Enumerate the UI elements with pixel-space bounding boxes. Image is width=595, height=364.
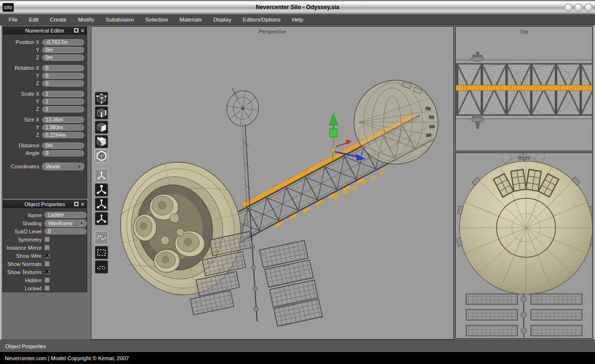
menu-item-modify[interactable]: Modify [72, 14, 100, 25]
shading-dropdown[interactable]: Wireframe ▼ [45, 220, 87, 227]
menu-bar: File Edit Create Modify Subdivision Sele… [0, 14, 595, 25]
panel-detach-icon[interactable] [74, 28, 79, 33]
scale-z-field[interactable]: 1 [42, 106, 84, 112]
viewport-right[interactable]: Right [455, 153, 593, 339]
status-text: Object Properties [5, 343, 46, 349]
checkbox-mark: ✖ [44, 252, 50, 259]
window-maximize-button[interactable] [574, 3, 583, 11]
status-bar: Object Properties [0, 340, 595, 352]
size-z-field[interactable]: 0.2264m [42, 132, 84, 138]
panel-close-icon[interactable]: ✕ [80, 201, 85, 207]
field-row: Name Ladder [3, 211, 87, 219]
menu-item-display[interactable]: Display [208, 14, 237, 25]
coordinates-value: World [43, 164, 74, 169]
window-close-button[interactable] [584, 3, 593, 11]
scale-tool-button[interactable] [95, 198, 108, 211]
field-label: Name [3, 212, 42, 218]
field-label: Y [3, 99, 39, 104]
object-properties-body: Name Ladder Shading Wireframe ▼ SubD Lev… [3, 208, 87, 292]
position-y-field[interactable]: 0m [42, 47, 84, 53]
field-row: Distance 0m [3, 142, 87, 149]
soft-select-button[interactable] [95, 260, 108, 274]
menu-item-materials[interactable]: Materials [174, 14, 208, 25]
hidden-checkbox[interactable] [45, 277, 50, 283]
object-mode-button[interactable] [95, 149, 108, 163]
field-label: Show Wire [3, 253, 42, 259]
menu-item-editors-options[interactable]: Editors/Options [237, 14, 286, 25]
edge-mode-icon [96, 107, 107, 119]
symmetry-checkbox[interactable] [45, 237, 50, 242]
window-title: Nevercenter Silo - Odyssey.sia [0, 4, 595, 11]
panel-title: Object Properties [24, 201, 65, 207]
instance-mirror-checkbox[interactable] [45, 245, 50, 250]
angle-field[interactable]: 0 [42, 150, 84, 156]
checkbox-row: Hidden [3, 276, 87, 284]
rotation-y-field[interactable]: 0 [42, 73, 84, 79]
rotation-z-field[interactable]: 0 [42, 80, 84, 87]
field-label: Show Normals [3, 261, 42, 267]
command-sphere [354, 80, 438, 164]
move-tool-button[interactable] [95, 169, 108, 182]
field-label: Instance Mirror [3, 245, 42, 251]
panel-close-icon[interactable]: ✕ [80, 28, 85, 33]
menu-item-create[interactable]: Create [44, 14, 72, 25]
size-y-field[interactable]: 1.983m [42, 124, 84, 131]
solar-panel-array [190, 227, 322, 327]
shading-value: Wireframe [45, 221, 77, 226]
ladder-top-view [456, 85, 592, 90]
marquee-select-button[interactable] [95, 246, 108, 259]
rotation-x-field[interactable]: 0 [42, 65, 84, 71]
field-row: Shading Wireframe ▼ [3, 219, 87, 227]
element-mode-button[interactable] [95, 135, 108, 148]
locked-checkbox[interactable] [45, 286, 50, 291]
footer-text: Nevercenter.com | Model Copyright © Kema… [5, 355, 129, 361]
edge-mode-button[interactable] [95, 106, 108, 120]
field-row: Z 1 [3, 105, 87, 113]
checkbox-row: Symmetry [3, 235, 87, 243]
subd-level-field[interactable]: 0 [45, 228, 87, 234]
object-mode-icon [96, 150, 107, 162]
rotate-tool-button[interactable] [95, 183, 108, 197]
face-mode-button[interactable] [95, 121, 108, 134]
menu-item-edit[interactable]: Edit [23, 14, 45, 25]
numerical-editor-header[interactable]: Numerical Editor ✕ [3, 27, 87, 34]
paint-select-button[interactable] [95, 231, 108, 244]
field-label: Size X [3, 117, 39, 122]
scale-y-field[interactable]: 1 [42, 99, 84, 105]
soft-select-icon [96, 261, 107, 273]
field-label: Hidden [3, 277, 42, 283]
distance-field[interactable]: 0m [42, 143, 84, 149]
universal-manipulator-button[interactable] [95, 212, 108, 225]
coordinates-dropdown[interactable]: World ▼ [42, 163, 84, 170]
field-label: Coordinates [3, 164, 39, 169]
name-field[interactable]: Ladder [45, 212, 87, 218]
field-row: Y 0 [3, 72, 87, 79]
object-properties-panel: Object Properties ✕ Name Ladder Shading … [2, 200, 87, 292]
position-x-field[interactable]: -0.7617m [42, 39, 84, 45]
viewport-top[interactable]: Top [455, 26, 593, 151]
viewport-perspective[interactable]: Perspective [91, 26, 454, 340]
menu-item-subdivision[interactable]: Subdivision [100, 14, 140, 25]
size-x-field[interactable]: 13.36m [42, 117, 84, 123]
field-label: SubD Level [3, 229, 42, 234]
scale-x-field[interactable]: 1 [42, 91, 84, 97]
show-textures-checkbox[interactable]: ✖ [45, 269, 50, 275]
object-properties-header[interactable]: Object Properties ✕ [3, 200, 87, 208]
manipulator-center-handle [331, 148, 335, 152]
vertex-mode-icon [96, 93, 107, 104]
field-label: Distance [3, 143, 39, 148]
position-z-field[interactable]: 0m [42, 55, 84, 61]
solar-array-right-view [466, 293, 582, 338]
window-minimize-button[interactable] [564, 3, 573, 11]
menu-item-file[interactable]: File [3, 14, 23, 25]
menu-item-selection[interactable]: Selection [140, 14, 174, 25]
paint-select-icon [96, 232, 107, 243]
field-row: Y 1 [3, 98, 87, 105]
vertex-mode-button[interactable] [95, 92, 108, 105]
menu-item-help[interactable]: Help [286, 14, 309, 25]
show-wire-checkbox[interactable]: ✖ [45, 253, 50, 258]
panel-detach-icon[interactable] [74, 202, 79, 206]
checkbox-row: Locked [3, 284, 87, 292]
titlebar[interactable]: silo Nevercenter Silo - Odyssey.sia [0, 0, 595, 14]
show-normals-checkbox[interactable] [45, 261, 50, 266]
